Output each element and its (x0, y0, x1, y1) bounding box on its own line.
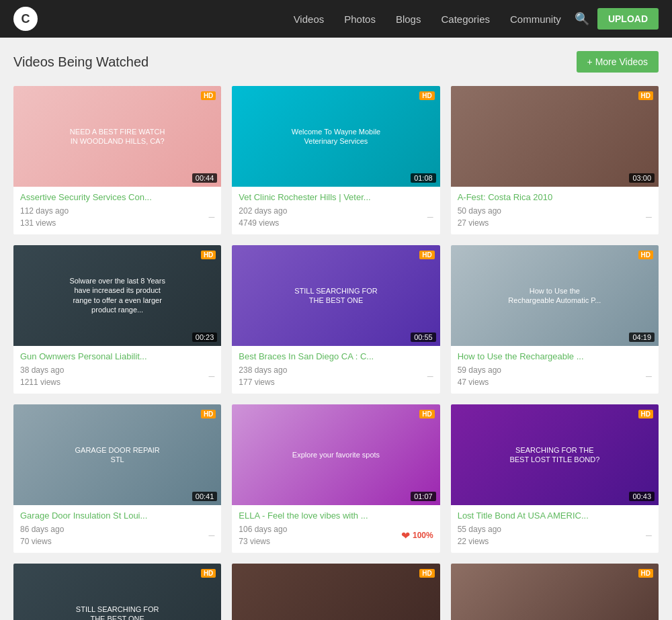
video-meta: 38 days ago 1211 views – (20, 364, 214, 388)
duration-badge: 00:23 (192, 333, 218, 342)
thumbnail[interactable]: Solware over the last 8 Years have incre… (13, 245, 221, 346)
video-meta-left: 59 days ago 47 views (458, 364, 501, 388)
thumb-text: How to Use the Rechargeable Automatic P.… (503, 282, 607, 310)
video-meta: 112 days ago 131 views – (20, 205, 214, 229)
video-card: Welcome To Wayne Mobile Veterinary Servi… (232, 86, 439, 234)
days-ago: 106 days ago (239, 523, 287, 535)
upload-button[interactable]: UPLOAD (597, 8, 659, 30)
thumbnail[interactable]: STILL SEARCHING FOR THE BEST ONE HD 00:5… (232, 245, 439, 346)
hd-badge: HD (638, 410, 653, 418)
search-icon-button[interactable]: 🔍 (575, 11, 589, 26)
like-button[interactable]: – (208, 529, 214, 541)
video-meta-left: 106 days ago 73 views (239, 523, 287, 547)
video-info: Vet Clinic Rochester Hills | Veter... 20… (232, 187, 439, 234)
header: C Videos Photos Blogs Categories Communi… (0, 0, 672, 38)
video-meta-left: 50 days ago 27 views (458, 205, 501, 229)
video-card: HD 00:49 Professional Dentist At Dental … (232, 564, 439, 620)
duration-badge: 00:41 (192, 492, 218, 501)
video-card: NEED A BEST FIRE WATCH IN WOODLAND HILLS… (13, 86, 221, 234)
page-content: Videos Being Watched + More Videos NEED … (0, 38, 672, 620)
video-meta: 238 days ago 177 views – (239, 364, 433, 388)
thumbnail[interactable]: HD 03:00 (451, 86, 659, 187)
thumbnail[interactable]: GARAGE DOOR REPAIR STL HD 00:41 (13, 404, 221, 505)
like-button[interactable]: – (646, 529, 652, 541)
thumbnail[interactable]: How to Use the Rechargeable Automatic P.… (451, 245, 659, 346)
like-button[interactable]: – (646, 211, 652, 223)
like-button[interactable]: – (646, 370, 652, 382)
view-count: 73 views (239, 535, 287, 547)
more-videos-button[interactable]: + More Videos (577, 51, 659, 73)
thumb-text: Welcome To Wayne Mobile Veterinary Servi… (284, 123, 388, 150)
thumbnail[interactable]: Explore your favorite spots HD 01:07 (232, 404, 439, 505)
hd-badge: HD (201, 251, 216, 259)
like-button[interactable]: – (427, 211, 433, 223)
duration-badge: 01:08 (411, 173, 436, 183)
video-card: SEARCHING FOR THE BEST LOST TITLE BOND? … (451, 404, 659, 553)
view-count: 22 views (458, 535, 501, 547)
days-ago: 59 days ago (458, 364, 501, 376)
video-title[interactable]: Best Braces In San Diego CA : C... (239, 351, 433, 361)
thumbnail[interactable]: Welcome To Wayne Mobile Veterinary Servi… (232, 86, 439, 187)
logo[interactable]: C (13, 7, 38, 31)
video-meta: 50 days ago 27 views – (458, 205, 652, 229)
thumbnail[interactable]: SEARCHING FOR THE BEST LOST TITLE BOND? … (451, 404, 659, 505)
like-button[interactable]: – (427, 370, 433, 382)
video-title[interactable]: Garage Door Insulation St Loui... (20, 511, 214, 521)
days-ago: 55 days ago (458, 523, 501, 535)
days-ago: 238 days ago (239, 364, 287, 376)
days-ago: 202 days ago (239, 205, 287, 217)
duration-badge: 00:44 (192, 173, 218, 183)
duration-badge: 04:19 (629, 333, 655, 342)
thumbnail[interactable]: NEED A BEST FIRE WATCH IN WOODLAND HILLS… (13, 86, 221, 187)
nav-community[interactable]: Community (510, 13, 561, 25)
duration-badge: 03:00 (629, 173, 655, 183)
video-meta: 86 days ago 70 views – (20, 523, 214, 547)
thumb-text: GARAGE DOOR REPAIR STL (65, 441, 169, 469)
video-info: ELLA - Feel the love vibes with ... 106 … (232, 505, 439, 553)
video-title[interactable]: Assertive Security Services Con... (20, 192, 214, 202)
thumbnail[interactable]: HD 00:49 (232, 564, 439, 620)
duration-badge: 00:55 (411, 333, 436, 342)
video-card: Explore your favorite spots HD 01:07 ELL… (232, 404, 439, 553)
days-ago: 86 days ago (20, 523, 64, 535)
video-card: STILL SEARCHING FOR THE BEST ONE HD 00:5… (232, 245, 439, 394)
video-card: How to Use the Rechargeable Automatic P.… (451, 245, 659, 394)
days-ago: 38 days ago (20, 364, 64, 376)
thumb-text (550, 610, 558, 618)
video-title[interactable]: How to Use the Rechargeable ... (458, 351, 652, 361)
like-button[interactable]: ❤ 100% (401, 529, 433, 542)
video-meta-left: 86 days ago 70 views (20, 523, 64, 547)
video-card: Solware over the last 8 Years have incre… (13, 245, 221, 394)
thumb-text: STILL SEARCHING FOR THE BEST ONE (65, 601, 169, 620)
video-title[interactable]: Gun Ownwers Personal Liabilit... (20, 351, 214, 361)
logo-letter: C (22, 12, 30, 26)
duration-badge: 01:07 (411, 492, 436, 501)
duration-badge: 00:43 (629, 492, 655, 501)
video-info: How to Use the Rechargeable ... 59 days … (451, 346, 659, 394)
thumb-text: SEARCHING FOR THE BEST LOST TITLE BOND? (503, 441, 607, 469)
nav-photos[interactable]: Photos (344, 13, 376, 25)
nav-categories[interactable]: Categories (441, 13, 490, 25)
video-title[interactable]: Vet Clinic Rochester Hills | Veter... (239, 192, 433, 202)
video-title[interactable]: ELLA - Feel the love vibes with ... (239, 511, 433, 521)
view-count: 27 views (458, 217, 501, 229)
video-title[interactable]: Lost Title Bond At USA AMERIC... (458, 511, 652, 521)
thumbnail[interactable]: HD 01:22 (451, 564, 659, 620)
thumb-text: Explore your favorite spots (288, 446, 384, 463)
like-button[interactable]: – (208, 211, 214, 223)
nav-blogs[interactable]: Blogs (396, 13, 421, 25)
page-header: Videos Being Watched + More Videos (13, 51, 659, 73)
like-button[interactable]: – (208, 370, 214, 382)
days-ago: 112 days ago (20, 205, 69, 217)
video-info: Garage Door Insulation St Loui... 86 day… (13, 505, 221, 553)
video-grid: NEED A BEST FIRE WATCH IN WOODLAND HILLS… (13, 86, 659, 620)
video-meta-left: 38 days ago 1211 views (20, 364, 64, 388)
video-title[interactable]: A-Fest: Costa Rica 2010 (458, 192, 652, 202)
thumbnail[interactable]: STILL SEARCHING FOR THE BEST ONE HD 00:4… (13, 564, 221, 620)
video-info: Best Braces In San Diego CA : C... 238 d… (232, 346, 439, 394)
nav-videos[interactable]: Videos (294, 13, 325, 25)
video-info: Assertive Security Services Con... 112 d… (13, 187, 221, 234)
thumb-text: NEED A BEST FIRE WATCH IN WOODLAND HILLS… (65, 123, 169, 150)
video-meta: 59 days ago 47 views – (458, 364, 652, 388)
video-card: HD 01:22 Horses freed from enclosure t..… (451, 564, 659, 620)
